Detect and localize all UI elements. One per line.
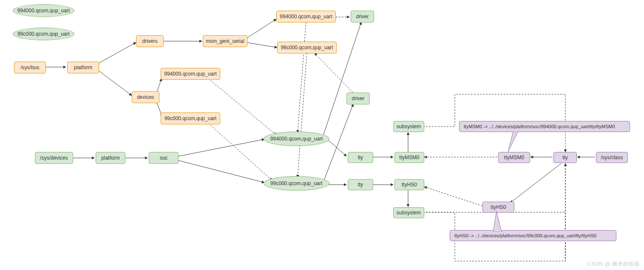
svg-line-9	[298, 22, 306, 133]
svg-line-4	[247, 19, 276, 38]
ellipse-994: 994000.qcom,qup_uart	[264, 132, 329, 146]
node-soc: soc	[149, 152, 179, 164]
node-ttyMSM0-class: ttyMSM0	[498, 152, 530, 163]
node-tty-99c: tty	[348, 179, 373, 190]
svg-line-26	[424, 187, 482, 206]
label: devices	[137, 94, 154, 100]
label: /sys/devices	[40, 155, 68, 161]
svg-line-17	[323, 22, 361, 136]
label: 994000.qcom,qup_uart	[164, 71, 216, 77]
label: /sys/bus	[20, 65, 39, 70]
callout-ttyMSM0: ttyMSM0 -> ../../devices/platform/soc/99…	[459, 121, 630, 132]
node-tty-994: tty	[348, 152, 373, 163]
label: 99c000.qcom,qup_uart	[281, 45, 333, 51]
legend-node-994: 994000.qcom,qup_uart	[13, 4, 74, 17]
label: 99c000.qcom,qup_uart	[165, 115, 217, 121]
label: platform	[101, 155, 119, 161]
callout-ttyHS0: ttyHS0 -> ../../devices/platform/soc/99c…	[450, 230, 616, 241]
ellipse-99c: 99c000.qcom,qup_uart	[264, 176, 329, 191]
label: ttyMSM0	[504, 155, 524, 160]
node-msm-geni-serial: msm_geni_serial	[203, 35, 247, 47]
node-ttyHS0-class: ttyHS0	[482, 202, 514, 213]
svg-line-12	[208, 123, 272, 180]
label: ttyMSM0	[399, 155, 419, 160]
label: soc	[160, 155, 168, 161]
node-uart994-device: 994000.qcom,qup_uart	[161, 68, 220, 80]
node-sysclass: /sys/class	[596, 152, 628, 163]
svg-line-2	[98, 70, 132, 96]
watermark: CSDN @-佩奇的爸爸	[587, 260, 640, 268]
svg-line-1	[98, 42, 136, 64]
node-drivers: drivers	[136, 35, 164, 47]
label: platform	[74, 65, 92, 70]
label: driver	[356, 14, 369, 20]
node-sysdevices: /sys/devices	[35, 152, 73, 164]
node-subsystem-994: subsystem	[393, 121, 424, 132]
svg-line-19	[324, 104, 353, 180]
node-ttyHS0: ttyHS0	[394, 179, 424, 190]
label: subsystem	[397, 124, 421, 129]
label: tty	[562, 155, 568, 160]
node-uart99c-device: 99c000.qcom,qup_uart	[161, 112, 220, 124]
node-platform-bus: platform	[67, 62, 99, 73]
label: 994000.qcom,qup_uart	[17, 8, 70, 14]
svg-line-5	[247, 42, 277, 48]
label: msm_geni_serial	[206, 38, 244, 44]
node-devices: devices	[132, 91, 159, 103]
label: driver	[352, 96, 364, 101]
svg-line-18	[328, 140, 346, 156]
node-driver-99c: driver	[346, 93, 370, 104]
label: ttyHS0	[491, 204, 506, 210]
legend-node-99c: 99c000.qcom,qup_uart	[13, 28, 74, 40]
svg-line-28	[510, 163, 561, 203]
svg-line-16	[179, 160, 264, 183]
node-subsystem-99c: subsystem	[393, 207, 424, 218]
node-uart99c-driver: 99c000.qcom,qup_uart	[277, 42, 337, 53]
label: tty	[358, 155, 363, 160]
svg-marker-31	[508, 132, 518, 152]
svg-line-15	[179, 139, 264, 156]
node-tty-class: tty	[553, 152, 577, 163]
callout-text: ttyMSM0 -> ../../devices/platform/soc/99…	[464, 124, 615, 129]
svg-line-10	[298, 53, 307, 177]
label: 994000.qcom,qup_uart	[270, 136, 323, 142]
label: subsystem	[397, 210, 421, 216]
label: 994000.qcom,qup_uart	[280, 14, 332, 20]
callout-text: ttyHS0 -> ../../devices/platform/soc/99c…	[454, 233, 596, 238]
node-uart994-driver: 994000.qcom,qup_uart	[276, 11, 336, 22]
label: drivers	[142, 38, 157, 44]
node-sysbus: /sys/bus	[14, 62, 46, 73]
label: /sys/class	[601, 155, 623, 160]
node-platform-dev: platform	[96, 152, 125, 164]
label: 99c000.qcom,qup_uart	[270, 180, 323, 186]
node-ttyMSM0: ttyMSM0	[394, 152, 424, 163]
svg-line-11	[208, 79, 276, 135]
label: 99c000.qcom,qup_uart	[17, 31, 70, 37]
label: ttyHS0	[402, 182, 417, 188]
node-driver-994: driver	[351, 11, 374, 22]
watermark-text: CSDN @-佩奇的爸爸	[587, 261, 640, 267]
svg-marker-32	[493, 211, 502, 232]
label: tty	[358, 182, 363, 188]
svg-line-30	[315, 53, 353, 93]
